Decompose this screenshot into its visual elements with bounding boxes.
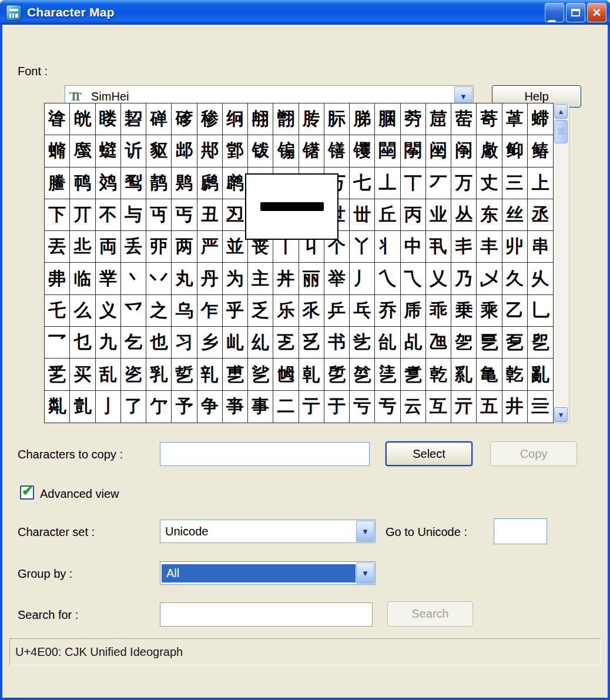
grid-cell[interactable]: 䦷 [426, 135, 451, 167]
grid-cell[interactable]: 乻 [350, 359, 375, 390]
grid-cell[interactable]: 买 [70, 359, 95, 390]
grid-cell[interactable]: 䲣 [477, 135, 502, 167]
grid-cell[interactable]: 丌 [70, 199, 95, 231]
grid-cell[interactable]: 丰 [477, 231, 502, 263]
grid-cell[interactable]: 主 [248, 263, 273, 294]
grid-cell[interactable]: 䏲 [350, 103, 375, 135]
grid-cell[interactable]: 书 [324, 327, 350, 359]
grid-cell[interactable]: 乇 [45, 295, 70, 327]
grid-cell[interactable]: 乄 [477, 263, 502, 294]
grid-cell[interactable]: 亃 [45, 391, 70, 423]
grid-cell[interactable]: 䴔 [96, 168, 121, 199]
grid-cell[interactable]: 乢 [223, 327, 248, 359]
grid-cell[interactable]: 䏡 [324, 103, 350, 135]
grid-cell[interactable]: 䃎 [172, 103, 197, 135]
grid-cell[interactable]: 乴 [172, 359, 197, 390]
grid-cell[interactable]: 丛 [451, 199, 477, 231]
grid-cell[interactable]: 䓖 [401, 103, 426, 135]
grid-cell[interactable]: 乘 [477, 295, 502, 327]
grid-cell[interactable]: 丒 [223, 199, 248, 231]
grid-cell[interactable]: 乽 [401, 359, 426, 390]
grid-cell[interactable]: 䦅 [324, 135, 350, 167]
grid-cell[interactable]: 严 [197, 231, 223, 263]
grid-cell[interactable]: 业 [426, 199, 451, 231]
grid-cell[interactable]: 䃅 [146, 103, 172, 135]
grid-cell[interactable]: 䏝 [299, 103, 324, 135]
grid-cell[interactable]: 丮 [426, 231, 451, 263]
grid-cell[interactable]: 义 [96, 295, 121, 327]
grid-cell[interactable]: 䅟 [197, 103, 223, 135]
grid-cell[interactable]: 么 [70, 295, 95, 327]
grid-cell[interactable]: 与 [121, 199, 146, 231]
grid-cell[interactable]: 乪 [426, 327, 451, 359]
grid-cell[interactable]: 㿠 [70, 103, 95, 135]
scroll-down-button[interactable]: ▼ [554, 407, 568, 422]
grid-cell[interactable]: 䢼 [197, 135, 223, 167]
grid-cell[interactable]: 乐 [273, 295, 299, 327]
grid-cell[interactable]: 䓬 [502, 103, 528, 135]
grid-cell[interactable]: 丯 [451, 231, 477, 263]
grid-cell[interactable]: 䂮 [121, 103, 146, 135]
grid-cell[interactable]: 事 [248, 391, 273, 423]
grid-cell[interactable]: 丣 [146, 231, 172, 263]
grid-cell[interactable]: 丑 [197, 199, 223, 231]
grid-cell[interactable]: 亐 [375, 391, 400, 423]
grid-cell[interactable]: 井 [502, 391, 528, 423]
grid-cell[interactable]: 五 [477, 391, 502, 423]
search-button[interactable]: Search [387, 601, 473, 627]
grid-cell[interactable]: 䐃 [375, 103, 400, 135]
grid-cell[interactable]: 丬 [375, 231, 400, 263]
grid-cell[interactable]: 乣 [248, 327, 273, 359]
grid-cell[interactable]: 丵 [96, 263, 121, 294]
grid-cell[interactable]: 丹 [197, 263, 223, 294]
grid-cell[interactable]: 乂 [426, 263, 451, 294]
advanced-view-checkbox[interactable]: ✔ [20, 485, 34, 500]
grid-cell[interactable]: 丙 [401, 199, 426, 231]
grid-cell[interactable]: 䜣 [121, 135, 146, 167]
grid-cell[interactable]: 乍 [197, 295, 223, 327]
grid-cell[interactable]: 串 [528, 231, 553, 263]
grid-cell[interactable]: 两 [172, 231, 197, 263]
grid-cell[interactable]: 丅 [401, 168, 426, 199]
grid-cell[interactable]: 乛 [45, 327, 70, 359]
grid-cell[interactable]: 乨 [375, 327, 400, 359]
grid-cell[interactable]: 予 [172, 391, 197, 423]
grid-cell[interactable]: 乫 [451, 327, 477, 359]
grid-cell[interactable]: 乁 [401, 263, 426, 294]
grid-cell[interactable]: 亄 [70, 391, 95, 423]
grid-cell[interactable]: 乜 [70, 327, 95, 359]
copy-button[interactable]: Copy [490, 441, 577, 466]
grid-cell[interactable]: 了 [121, 391, 146, 423]
grid-cell[interactable]: 丫 [350, 231, 375, 263]
grid-cell[interactable]: 䓫 [477, 103, 502, 135]
grid-cell[interactable]: 中 [401, 231, 426, 263]
grid-cell[interactable]: 乲 [121, 359, 146, 390]
minimize-button[interactable]: ▁ [545, 3, 564, 22]
grid-cell[interactable]: 丈 [477, 168, 502, 199]
grid-cell[interactable]: 乭 [502, 327, 528, 359]
grid-cell[interactable]: 乚 [528, 295, 553, 327]
grid-cell[interactable]: 乔 [375, 295, 400, 327]
grid-cell[interactable]: 䝙 [146, 135, 172, 167]
grid-cell[interactable]: 䦃 [299, 135, 324, 167]
grid-cell[interactable]: 万 [451, 168, 477, 199]
grid-cell[interactable]: 䦆 [350, 135, 375, 167]
grid-cell[interactable]: 䁖 [96, 103, 121, 135]
grid-cell[interactable]: 丠 [70, 231, 95, 263]
grid-cell[interactable]: 丏 [146, 199, 172, 231]
grid-cell[interactable]: 丄 [375, 168, 400, 199]
grid-cell[interactable]: 临 [70, 263, 95, 294]
grid-cell[interactable]: 丳 [45, 263, 70, 294]
grid-cell[interactable]: 三 [502, 168, 528, 199]
grid-cell[interactable]: 䲠 [528, 135, 553, 167]
grid-cell[interactable]: 䴘 [197, 168, 223, 199]
grid-cell[interactable]: 丱 [502, 231, 528, 263]
grid-cell[interactable]: 乕 [401, 295, 426, 327]
grid-cell[interactable]: 丶 [121, 263, 146, 294]
grid-cell[interactable]: 互 [426, 391, 451, 423]
grid-cell[interactable]: 㽏 [45, 103, 70, 135]
grid-cell[interactable]: 䴕 [121, 168, 146, 199]
grid-cell[interactable]: 䴙 [223, 168, 248, 199]
grid-cell[interactable]: 乏 [248, 295, 273, 327]
grid-cell[interactable]: 乊 [121, 295, 146, 327]
